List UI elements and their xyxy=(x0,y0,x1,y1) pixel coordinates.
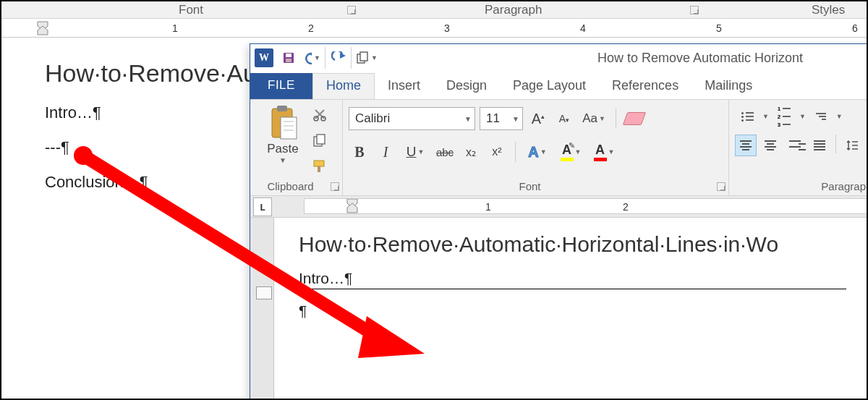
paste-label: Paste xyxy=(256,142,310,156)
group-label-paragraph: Paragraph xyxy=(485,3,542,17)
strikethrough-button[interactable]: abc xyxy=(434,141,456,163)
ruler-num: 2 xyxy=(308,22,314,34)
cut-button[interactable] xyxy=(310,104,330,124)
fg-document-page[interactable]: How·to·Remove·Automatic·Horizontal·Lines… xyxy=(273,218,868,400)
redo-button[interactable] xyxy=(330,47,352,69)
tab-mailings[interactable]: Mailings xyxy=(692,73,765,99)
foreground-word-window: W ▼ ▼ How to Remove Automatic Horizont F… xyxy=(250,43,868,400)
italic-button[interactable]: I xyxy=(375,141,396,163)
undo-button[interactable]: ▼ xyxy=(304,47,326,69)
ruler-num: 1 xyxy=(172,22,178,34)
svg-rect-18 xyxy=(317,135,325,144)
word-app-icon[interactable]: W xyxy=(255,48,273,67)
bullets-button[interactable] xyxy=(735,106,760,127)
tab-design[interactable]: Design xyxy=(433,73,500,99)
align-justify-button[interactable] xyxy=(809,135,830,156)
autocorrect-options-icon[interactable] xyxy=(256,286,272,299)
svg-marker-6 xyxy=(340,53,346,59)
ruler-num: 6 xyxy=(852,22,858,34)
paste-button[interactable]: Paste ▼ xyxy=(256,104,310,164)
copy-button[interactable]: ▼ xyxy=(356,47,378,69)
chevron-down-icon[interactable]: ▼ xyxy=(256,156,310,164)
font-name-combo[interactable]: Calibri ▼ xyxy=(349,107,475,130)
tab-references[interactable]: References xyxy=(599,73,692,99)
grow-font-button[interactable]: A▴ xyxy=(527,108,549,129)
font-dialog-launcher-icon[interactable] xyxy=(347,6,356,14)
fg-document-area: How·to·Remove·Automatic·Horizontal·Lines… xyxy=(250,218,868,400)
ruler-num: 5 xyxy=(716,22,722,34)
fg-ruler-area: L 1 2 xyxy=(250,196,868,218)
numbering-button[interactable]: 123 xyxy=(772,106,796,127)
chevron-down-icon: ▼ xyxy=(508,115,519,123)
tab-home[interactable]: Home xyxy=(312,73,375,100)
clipboard-dialog-launcher-icon[interactable] xyxy=(331,182,339,191)
window-title: How to Remove Automatic Horizont xyxy=(597,51,803,66)
svg-rect-20 xyxy=(318,166,320,172)
ruler-num: 4 xyxy=(580,22,586,34)
doc-line: ¶ xyxy=(299,302,846,320)
highlight-color-swatch xyxy=(561,158,574,161)
font-size-value: 11 xyxy=(486,111,500,126)
font-color-swatch xyxy=(594,158,607,161)
multilevel-list-button[interactable] xyxy=(809,106,833,127)
clear-formatting-button[interactable] xyxy=(624,108,645,129)
ribbon-tabs: FILE Home Insert Design Page Layout Refe… xyxy=(250,73,868,99)
subscript-button[interactable]: x₂ xyxy=(460,141,482,163)
tab-insert[interactable]: Insert xyxy=(375,73,433,99)
underline-button[interactable]: U▼ xyxy=(401,141,430,163)
ruler-num: 1 xyxy=(485,201,491,213)
svg-rect-19 xyxy=(314,161,324,166)
svg-rect-11 xyxy=(281,117,297,139)
horizontal-line xyxy=(299,289,846,289)
clipboard-group-label: Clipboard xyxy=(250,180,331,192)
font-group: Calibri ▼ 11 ▼ A▴ A▾ Aa▼ B I U▼ abc x₂ xyxy=(343,100,729,195)
tab-page-layout[interactable]: Page Layout xyxy=(500,73,599,99)
font-group-label: Font xyxy=(343,180,717,192)
ruler-num: 2 xyxy=(623,201,629,213)
highlight-button[interactable]: A✎ ▼ xyxy=(556,141,585,163)
align-center-button[interactable] xyxy=(760,135,781,156)
doc-title: How·to·Remove·Automatic·Horizontal·Lines… xyxy=(299,232,846,257)
quick-access-toolbar: W ▼ ▼ xyxy=(255,47,378,69)
paragraph-group-label: Paragrap xyxy=(729,180,866,192)
font-dialog-launcher-icon[interactable] xyxy=(717,182,726,191)
chevron-down-icon: ▼ xyxy=(460,115,472,123)
font-name-value: Calibri xyxy=(355,111,390,126)
svg-rect-3 xyxy=(286,54,292,57)
title-bar: W ▼ ▼ How to Remove Automatic Horizont xyxy=(250,44,868,73)
paragraph-dialog-launcher-icon[interactable] xyxy=(690,6,699,14)
font-color-button[interactable]: A ▼ xyxy=(590,141,618,163)
tab-selector[interactable]: L xyxy=(253,197,272,216)
save-icon[interactable] xyxy=(278,47,299,69)
line-spacing-button[interactable] xyxy=(841,135,863,156)
svg-rect-10 xyxy=(277,106,287,111)
copy-ribbon-button[interactable] xyxy=(310,130,330,150)
align-left-button[interactable] xyxy=(735,135,757,156)
svg-marker-5 xyxy=(310,51,312,57)
doc-line: Intro…¶ xyxy=(299,270,846,287)
superscript-button[interactable]: x² xyxy=(486,141,508,163)
indent-marker-icon[interactable] xyxy=(36,20,49,36)
svg-rect-4 xyxy=(286,59,292,62)
format-painter-button[interactable] xyxy=(310,156,330,176)
group-label-font: Font xyxy=(179,3,203,17)
align-right-button[interactable] xyxy=(784,135,806,156)
fg-horizontal-ruler[interactable]: 1 2 xyxy=(304,198,867,214)
text-effects-button[interactable]: A▼ xyxy=(523,141,552,163)
clipboard-group: Paste ▼ Clipboard xyxy=(250,100,343,195)
font-size-combo[interactable]: 11 ▼ xyxy=(480,107,523,130)
change-case-button[interactable]: Aa▼ xyxy=(579,108,608,129)
ruler-num: 3 xyxy=(444,22,450,34)
group-label-styles: Styles xyxy=(812,3,845,17)
shrink-font-button[interactable]: A▾ xyxy=(553,108,575,129)
ribbon: Paste ▼ Clipboard Calibri ▼ 11 ▼ xyxy=(250,99,868,196)
bg-horizontal-ruler[interactable]: 1 2 3 4 5 6 xyxy=(1,19,868,38)
paragraph-group: ▼ 123 ▼ ▼ Paragrap xyxy=(729,100,868,195)
bg-ribbon-group-row: Font Paragraph Styles xyxy=(1,1,868,19)
bold-button[interactable]: B xyxy=(349,141,370,163)
svg-rect-8 xyxy=(360,52,367,61)
indent-marker-icon[interactable] xyxy=(346,198,358,214)
tab-file[interactable]: FILE xyxy=(250,73,312,99)
